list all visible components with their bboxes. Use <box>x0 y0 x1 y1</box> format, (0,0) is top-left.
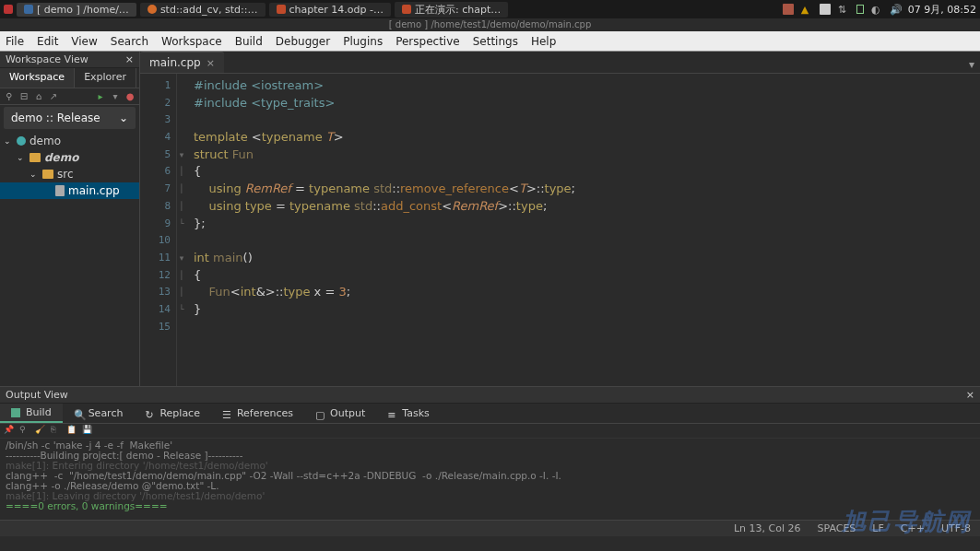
cpp-file-icon <box>55 185 65 196</box>
chevron-down-icon: ⌄ <box>119 111 128 124</box>
keyboard-icon[interactable] <box>820 4 831 15</box>
fold-column: ▾ │││ └ ▾ ││└ <box>177 74 186 386</box>
stop-icon[interactable]: ▾ <box>110 91 121 102</box>
impress-icon <box>277 5 286 14</box>
system-tray: ▲ ⇅ ◐ 🔊 07 9月, 08:52 <box>783 3 976 17</box>
output-toolbar: 📌 ⚲ 🧹 ⎘ 📋 💾 <box>0 424 980 439</box>
link-icon[interactable]: ⚲ <box>19 425 30 435</box>
menu-file[interactable]: File <box>6 35 24 48</box>
save-icon[interactable]: 💾 <box>82 425 92 435</box>
ide-icon <box>24 5 33 14</box>
terminal-icon: ▢ <box>315 409 325 418</box>
menu-help[interactable]: Help <box>531 35 556 48</box>
output-tabs: Build 🔍Search ↻Replace ☰References ▢Outp… <box>0 404 980 424</box>
menu-debugger[interactable]: Debugger <box>276 35 330 48</box>
tree-label: demo <box>44 151 78 164</box>
tree-label: main.cpp <box>68 184 120 197</box>
link-icon[interactable]: ⚲ <box>4 91 15 102</box>
close-icon[interactable]: × <box>207 57 215 69</box>
editor-tab-main[interactable]: main.cpp × <box>140 52 224 73</box>
app-menu-icon[interactable] <box>4 5 13 14</box>
workspace-title: Workspace View <box>6 53 89 65</box>
close-icon[interactable]: × <box>125 53 134 65</box>
statusbar: Ln 13, Col 26 SPACES LF C++ UTF-8 <box>0 520 980 536</box>
notification-icon[interactable] <box>783 4 794 15</box>
tree-project[interactable]: ⌄ demo <box>0 149 139 166</box>
editor-menu-icon[interactable]: ▾ <box>963 56 980 73</box>
tab-references[interactable]: ☰References <box>211 404 304 423</box>
window-titlebar: [ demo ] /home/test1/demo/demo/main.cpp <box>0 18 980 31</box>
pin-icon[interactable]: 📌 <box>4 425 14 435</box>
tasks-icon: ≡ <box>387 409 396 418</box>
workspace-panel: Workspace View × Workspace Explorer ⚲ ⊟ … <box>0 52 140 386</box>
goto-icon[interactable]: ↗ <box>48 91 59 102</box>
firefox-icon <box>148 5 157 14</box>
build-icon[interactable]: ● <box>124 91 136 102</box>
home-icon[interactable]: ⌂ <box>33 91 44 102</box>
chevron-down-icon: ⌄ <box>4 136 13 146</box>
folder-icon <box>42 170 53 179</box>
output-panel: Output View × Build 🔍Search ↻Replace ☰Re… <box>0 386 980 520</box>
line-ending[interactable]: LF <box>872 522 883 534</box>
tab-output[interactable]: ▢Output <box>304 404 376 423</box>
search-icon: 🔍 <box>74 409 83 418</box>
copy-icon[interactable]: ⎘ <box>51 425 61 435</box>
volume-icon[interactable]: 🔊 <box>890 4 901 15</box>
language-mode[interactable]: C++ <box>901 522 925 534</box>
menu-search[interactable]: Search <box>111 35 148 48</box>
close-icon[interactable]: × <box>966 389 974 401</box>
clock[interactable]: 07 9月, 08:52 <box>908 3 976 17</box>
tab-workspace[interactable]: Workspace <box>0 68 75 88</box>
encoding[interactable]: UTF-8 <box>941 522 971 534</box>
paste-icon[interactable]: 📋 <box>66 425 77 435</box>
build-config-dropdown[interactable]: demo :: Release ⌄ <box>4 107 136 129</box>
code-text[interactable]: #include <iostream> #include <type_trait… <box>186 74 971 386</box>
battery-icon[interactable] <box>856 5 864 14</box>
ref-icon: ☰ <box>222 409 231 418</box>
taskbar-app-presenting[interactable]: 正在演示: chapt… <box>395 2 508 18</box>
taskbar-app-browser[interactable]: std::add_cv, std::… <box>140 3 266 17</box>
menu-build[interactable]: Build <box>235 35 263 48</box>
system-taskbar: [ demo ] /home/… std::add_cv, std::… cha… <box>0 0 980 18</box>
replace-icon: ↻ <box>145 409 154 418</box>
taskbar-label: 正在演示: chapt… <box>415 3 501 17</box>
indent-mode[interactable]: SPACES <box>817 522 856 534</box>
run-icon[interactable]: ▸ <box>95 91 106 102</box>
line-gutter: 123456789101112131415 <box>140 74 177 386</box>
tree-workspace-root[interactable]: ⌄ demo <box>0 133 139 149</box>
build-output[interactable]: /bin/sh -c 'make -j 4 -e -f Makefile' --… <box>0 439 980 520</box>
tab-search[interactable]: 🔍Search <box>63 404 135 423</box>
menu-settings[interactable]: Settings <box>473 35 518 48</box>
warning-icon[interactable]: ▲ <box>801 4 812 15</box>
clear-icon[interactable]: 🧹 <box>35 425 45 435</box>
menu-perspective[interactable]: Perspective <box>396 35 460 48</box>
code-area[interactable]: 123456789101112131415 ▾ │││ └ ▾ ││└ #inc… <box>140 74 980 386</box>
tab-tasks[interactable]: ≡Tasks <box>376 404 440 423</box>
network-icon[interactable]: ⇅ <box>838 4 849 15</box>
taskbar-app-ide[interactable]: [ demo ] /home/… <box>17 3 136 17</box>
menu-workspace[interactable]: Workspace <box>161 35 222 48</box>
tree-label: demo <box>30 135 61 147</box>
tree-file-main[interactable]: main.cpp <box>0 182 139 199</box>
tab-replace[interactable]: ↻Replace <box>134 404 211 423</box>
collapse-icon[interactable]: ⊟ <box>18 91 30 102</box>
present-icon <box>402 5 411 14</box>
fold-icon[interactable]: ▾ <box>177 250 186 267</box>
menu-view[interactable]: View <box>71 35 97 48</box>
output-header: Output View × <box>0 387 980 404</box>
menu-edit[interactable]: Edit <box>37 35 58 48</box>
tab-build[interactable]: Build <box>0 404 63 423</box>
workspace-toolbar: ⚲ ⊟ ⌂ ↗ ▸ ▾ ● <box>0 88 139 105</box>
vertical-scrollbar[interactable] <box>971 74 980 386</box>
tab-explorer[interactable]: Explorer <box>75 68 136 88</box>
fold-icon[interactable]: ▾ <box>177 147 186 164</box>
tree-folder-src[interactable]: ⌄ src <box>0 166 139 182</box>
chevron-down-icon: ⌄ <box>17 153 26 162</box>
brightness-icon[interactable]: ◐ <box>871 4 882 15</box>
folder-icon <box>30 153 41 162</box>
menu-plugins[interactable]: Plugins <box>343 35 383 48</box>
taskbar-label: chapter 14.odp -… <box>289 4 384 16</box>
cursor-position[interactable]: Ln 13, Col 26 <box>734 522 801 534</box>
taskbar-app-impress[interactable]: chapter 14.odp -… <box>269 3 392 17</box>
taskbar-label: std::add_cv, std::… <box>160 4 258 16</box>
